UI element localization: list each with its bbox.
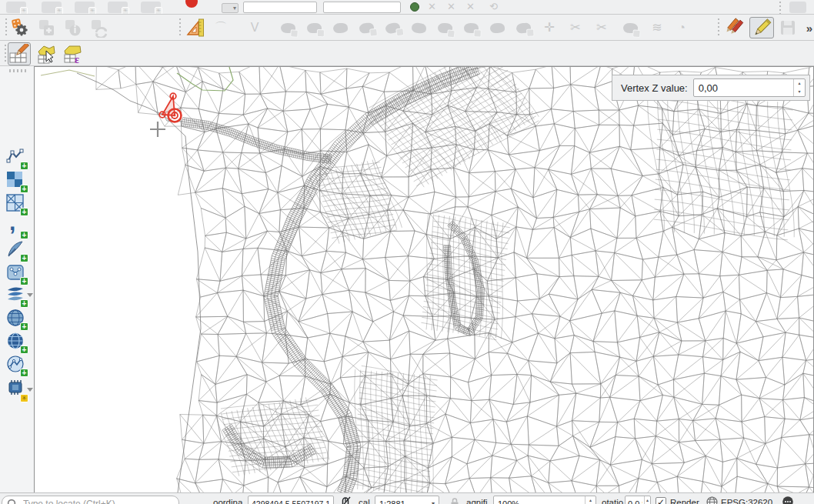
force-by-geometry-button[interactable] xyxy=(355,17,377,38)
add-spatialite-layer-button[interactable]: + xyxy=(6,240,27,261)
add-delimited-text-layer-button[interactable]: , + xyxy=(6,217,27,238)
crs-label[interactable]: EPSG:32620 xyxy=(721,498,772,504)
scale-input[interactable] xyxy=(375,496,426,504)
crs-globe-icon[interactable] xyxy=(706,496,718,504)
toggle-mesh-editing-button[interactable] xyxy=(749,17,774,38)
locate-input[interactable] xyxy=(22,498,178,504)
green-tool-fragment-icon[interactable] xyxy=(410,2,419,12)
magnifier-spinner[interactable]: ▴ ▾ xyxy=(585,496,595,504)
combo-box-fragment[interactable] xyxy=(243,2,317,13)
scis-icon: ✂ xyxy=(570,22,580,34)
tool-badge xyxy=(446,29,455,38)
edit-mesh-button[interactable] xyxy=(8,42,31,65)
vertex-z-input[interactable]: 0,00 ▴ ▾ xyxy=(693,78,806,97)
tool-badge xyxy=(316,29,324,37)
scale-dropdown[interactable]: ▾ xyxy=(428,496,439,504)
add-badge: + xyxy=(20,254,28,262)
scale-combobox[interactable]: ▾ xyxy=(375,496,439,504)
mesh-options-gear-button[interactable] xyxy=(9,17,31,38)
magnifier-spinbox[interactable]: ▴ ▾ xyxy=(493,496,596,504)
split-mesh-faces-button[interactable] xyxy=(382,17,403,38)
advanced-digitizing-pencils-button[interactable] xyxy=(724,17,746,38)
render-checkbox[interactable]: ✓ xyxy=(656,497,666,504)
mini-combo-fragment[interactable]: ▾ xyxy=(222,3,239,13)
layer-dropdown-arrow[interactable] xyxy=(27,388,33,392)
map-canvas[interactable]: Vertex Z value: 0,00 ▴ ▾ xyxy=(34,66,814,493)
mesh-layer-view[interactable] xyxy=(35,67,813,492)
mesh-blob-icon xyxy=(515,22,531,33)
rotate-mesh-element-button[interactable] xyxy=(303,17,325,38)
layer-dropdown-arrow[interactable] xyxy=(27,293,33,297)
add-wms-layer-button[interactable]: + xyxy=(6,309,27,329)
pencil-tool-fragment-icon[interactable] xyxy=(789,2,806,13)
transform-by-angle-button[interactable]: ◔ xyxy=(671,17,692,38)
digitize-with-curve-button[interactable]: ⌒ xyxy=(210,17,232,38)
spin-up-icon[interactable]: ▴ xyxy=(794,79,805,88)
mesh-blob-icon xyxy=(385,22,401,34)
mouse-extents-icon[interactable] xyxy=(339,496,352,504)
save-edits-button[interactable] xyxy=(777,17,799,38)
vertex-z-spinner[interactable]: ▴ ▾ xyxy=(793,79,805,96)
text-box-fragment[interactable] xyxy=(323,2,401,13)
cut-mesh-a-button[interactable]: ✂ xyxy=(565,17,586,38)
select-by-lasso-button[interactable] xyxy=(619,17,641,38)
toolbar-overflow-button[interactable]: » xyxy=(799,17,814,38)
reload-mesh-cube-button[interactable] xyxy=(88,17,109,38)
lock-scale-icon[interactable] xyxy=(449,497,460,504)
digitize-measure-ruler-button[interactable] xyxy=(185,17,206,38)
layer-tool-fragment-icon[interactable]: ✳ xyxy=(75,2,95,13)
close-icon[interactable]: ✕ xyxy=(466,1,475,12)
coordinate-input[interactable] xyxy=(248,496,334,504)
close-icon[interactable]: ✕ xyxy=(447,1,455,12)
delete-mesh-faces-button[interactable] xyxy=(460,17,482,38)
refine-faces-button[interactable]: ✛ xyxy=(539,17,560,38)
add-raster-layer-button[interactable]: + xyxy=(6,171,27,192)
rotation-spinner[interactable]: ▴ ▾ xyxy=(644,496,650,504)
layer-tool-fragment-icon[interactable]: ✳ xyxy=(6,2,26,13)
add-badge: + xyxy=(20,322,28,331)
locate-bar[interactable] xyxy=(2,496,179,504)
add-virtual-layer-button[interactable]: ✳ xyxy=(6,380,27,401)
toolbar-handle[interactable] xyxy=(779,2,782,14)
new-geopackage-layer-button[interactable]: + xyxy=(6,263,27,284)
remove-vertices-button[interactable] xyxy=(486,17,508,38)
vertex-z-widget: Vertex Z value: 0,00 ▴ ▾ xyxy=(612,75,810,101)
messages-icon[interactable] xyxy=(782,496,794,504)
layer-tool-fragment-icon[interactable]: ✳ xyxy=(141,2,161,13)
spin-up-icon[interactable]: ▴ xyxy=(585,496,595,504)
toolbar-handle[interactable] xyxy=(4,45,7,63)
split-edges-button[interactable] xyxy=(512,17,534,38)
vertex-tool-button[interactable]: V xyxy=(244,17,265,38)
toolbar-handle[interactable] xyxy=(178,18,182,37)
spin-up-icon[interactable]: ▴ xyxy=(645,496,650,504)
select-mesh-elements-button[interactable] xyxy=(35,42,58,65)
magnifier-input[interactable] xyxy=(494,496,583,504)
mesh-info-cube-button[interactable] xyxy=(62,17,83,38)
merge-mesh-faces-button[interactable] xyxy=(408,17,429,38)
close-icon[interactable]: ✕ xyxy=(428,1,436,12)
rotation-input[interactable] xyxy=(626,496,644,504)
resize-mesh-element-button[interactable] xyxy=(329,17,351,38)
snowflake-badge-icon: ✳ xyxy=(88,7,96,15)
mesh-edit-toolbar: ε xyxy=(0,41,814,66)
transform-mesh-vertices-button[interactable]: ε xyxy=(62,42,85,65)
move-mesh-element-button[interactable] xyxy=(277,17,299,38)
add-mssql-layer-button[interactable]: + xyxy=(6,285,27,306)
toolbar-handle[interactable] xyxy=(5,18,8,37)
layer-tool-fragment-icon[interactable]: ✳ xyxy=(42,2,62,13)
chevron-down-icon[interactable]: ▾ xyxy=(428,496,439,504)
spin-down-icon[interactable]: ▾ xyxy=(794,88,805,96)
red-record-icon[interactable] xyxy=(185,0,198,8)
layer-tool-fragment-icon[interactable]: ✳ xyxy=(108,2,128,13)
rotation-spinbox[interactable]: ▴ ▾ xyxy=(625,496,651,504)
add-vector-layer-button[interactable]: + xyxy=(6,148,27,169)
cut-mesh-b-button[interactable]: ✂ xyxy=(591,17,612,38)
toolbar-handle[interactable] xyxy=(9,69,26,72)
add-mesh-cube-button[interactable] xyxy=(35,17,57,38)
undo-icon[interactable]: ⟲ xyxy=(489,1,498,12)
reindex-mesh-button[interactable]: ≋ xyxy=(646,17,668,38)
delete-vertices-fill-hole-button[interactable] xyxy=(434,17,455,38)
toolbar-handle[interactable] xyxy=(717,18,720,37)
add-wfs-layer-button[interactable]: + xyxy=(6,355,27,375)
add-wcs-layer-button[interactable]: + xyxy=(6,332,27,352)
